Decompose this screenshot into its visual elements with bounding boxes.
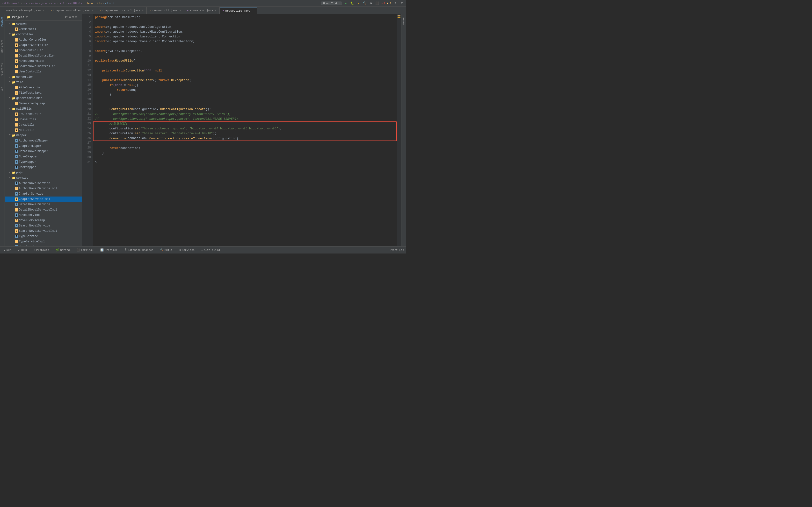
tab-common-util[interactable]: J CommonUtil.java × — [147, 7, 184, 14]
tree-folder-mail-utils[interactable]: ▶ 📁 mailUtils — [5, 106, 82, 112]
tree-file-file-operation[interactable]: C FileOperation — [5, 85, 82, 90]
lightbulb-icon[interactable]: 💡 — [93, 126, 94, 131]
settings-icon[interactable]: ⚙ — [369, 1, 373, 6]
code-editor[interactable]: 12345 678910 1112131415 1617181920 21222… — [82, 14, 401, 246]
tree-folder-mapper[interactable]: ▶ 📁 mapper — [5, 133, 82, 138]
tree-file-type-service-impl[interactable]: C TypeServiceImpl — [5, 239, 82, 244]
tab-hbase-utils[interactable]: H HbaseUtils.java × — [220, 7, 257, 14]
bottom-tab-run[interactable]: ▶ Run — [2, 247, 13, 252]
tree-file-author-novel-mapper[interactable]: I AuthornovelMapper — [5, 138, 82, 144]
sidebar-item-web[interactable]: Web — [0, 86, 4, 93]
java-icon: C — [15, 229, 18, 233]
bottom-tab-auto-build[interactable]: ⚠ Auto-build — [199, 247, 222, 252]
tree-file-author-novel-service-impl[interactable]: C AuthorNovelServiceImpl — [5, 186, 82, 191]
tree-file-detail-novel-mapper[interactable]: I DetailNovelMapper — [5, 149, 82, 154]
tree-folder-service[interactable]: ▶ 📁 service — [5, 175, 82, 181]
tab-novel-service-impl[interactable]: J NovelServiceImpl.java × — [0, 7, 47, 14]
tree-file-chapter-mapper[interactable]: I ChapterMapper — [5, 144, 82, 149]
tab-close-icon[interactable]: × — [43, 9, 44, 12]
sidebar-item-structure[interactable]: Structure — [0, 38, 4, 54]
tree-file-chapter-service[interactable]: I ChapterService — [5, 191, 82, 196]
tree-file-mail-utils[interactable]: C MailUtils — [5, 127, 82, 133]
tree-folder-common[interactable]: ▶ 📁 common — [5, 21, 82, 26]
build-button[interactable]: 🔨 — [362, 1, 367, 6]
tree-file-novel-service-impl[interactable]: C NovelServiceImpl — [5, 218, 82, 223]
tree-file-java-utils[interactable]: C JavaUtils — [5, 122, 82, 127]
tree-file-detail-novel-service[interactable]: I DetailNovelService — [5, 202, 82, 207]
tree-file-search-novel-service[interactable]: I SearchNovelService — [5, 223, 82, 228]
tree-file-author-controller[interactable]: C AuthorController — [5, 37, 82, 43]
tree-file-file-test[interactable]: C FileTest.java — [5, 90, 82, 96]
code-content[interactable]: package com.sif.mailUtils; import org.ap… — [93, 14, 397, 246]
tree-file-type-mapper[interactable]: I TypeMapper — [5, 159, 82, 165]
tree-file-novel-mapper[interactable]: I NovelMapper — [5, 154, 82, 159]
tree-file-user-service[interactable]: I UserService — [5, 244, 82, 246]
bottom-tab-database-changes[interactable]: 🗄 Database Changes — [122, 247, 155, 252]
maven-tab[interactable]: Maven — [402, 16, 406, 26]
iface-icon: I — [15, 160, 18, 164]
tree-file-detail-novel-service-impl[interactable]: C DetailNovelServiceImpl — [5, 207, 82, 213]
tree-folder-file[interactable]: ▶ 📁 file — [5, 80, 82, 85]
run-button[interactable]: ▶ — [344, 1, 348, 6]
tree-file-user-mapper[interactable]: I UserMapper — [5, 165, 82, 170]
bottom-tab-build[interactable]: 🔨 Build — [158, 247, 174, 252]
code-line: // configuration.set("hbase.zookeeper.pr… — [95, 112, 395, 117]
tree-file-type-service[interactable]: I TypeService — [5, 234, 82, 239]
tree-file-generator-sqlmap[interactable]: C GeneratorSqlmap — [5, 101, 82, 106]
tree-file-code-controller[interactable]: C CodeController — [5, 48, 82, 53]
code-line: public static Connection client() throws… — [95, 78, 395, 83]
expand-button[interactable]: ∨ — [400, 1, 404, 6]
tree-folder-pojo[interactable]: ▶ 📁 pojo — [5, 170, 82, 175]
tree-file-es-client-utils[interactable]: C EsClientUtils — [5, 112, 82, 117]
tree-file-novel-service[interactable]: I NovelService — [5, 213, 82, 218]
bottom-tab-profiler[interactable]: 📊 Profiler — [98, 247, 119, 252]
tree-file-chapter-controller[interactable]: C ChapterController — [5, 43, 82, 48]
sync-icon[interactable]: ⟳ — [65, 15, 68, 19]
terminal-icon[interactable]: ⬛ — [375, 1, 379, 6]
tree-folder-controller[interactable]: ▶ 📁 controller — [5, 32, 82, 37]
warn-badge[interactable]: ▲ 2 — [387, 2, 392, 5]
sidebar-item-favorites[interactable]: Favorites — [0, 62, 4, 78]
collapse-button[interactable]: ∧ — [394, 1, 398, 6]
bottom-tab-spring[interactable]: 🌿 Spring — [54, 247, 72, 252]
tree-file-search-novel-service-impl[interactable]: C SearchNovelServiceImpl — [5, 228, 82, 234]
java-icon: C — [15, 44, 18, 47]
tree-file-hbase-utils[interactable]: C HbaseUtils — [5, 117, 82, 122]
gear-icon[interactable]: ⚙ — [75, 15, 77, 19]
error-badge[interactable]: ⚠ 1 — [382, 2, 385, 5]
bottom-tab-todo[interactable]: ✓ TODO — [16, 247, 29, 252]
tree-file-chapter-service-impl[interactable]: C ChapterServiceImpl — [5, 196, 82, 202]
bottom-tab-terminal[interactable]: ⬛ Terminal — [75, 247, 96, 252]
tree-folder-generator[interactable]: ▶ 📁 generatorSqlmap — [5, 96, 82, 101]
tab-close-icon[interactable]: × — [180, 9, 181, 12]
expand-all-icon[interactable]: ≡ — [69, 15, 71, 19]
event-log-button[interactable]: Event Log — [390, 249, 404, 251]
tree-file-detail-novel-controller[interactable]: C DetailNovelController — [5, 53, 82, 58]
debug-button[interactable]: 🐛 — [350, 1, 354, 6]
tab-hbase-test[interactable]: H HbaseTest.java × — [184, 7, 220, 14]
tree-file-author-novel-service[interactable]: I AuthorNovelService — [5, 181, 82, 186]
collapse-all-icon[interactable]: ⊟ — [72, 15, 74, 19]
code-line: } — [95, 151, 395, 156]
tab-close-icon[interactable]: × — [215, 9, 216, 12]
bottom-tab-problems[interactable]: ⚠ Problems — [32, 247, 51, 252]
code-line: private static Connection conn = null; — [95, 68, 395, 73]
tab-close-icon[interactable]: × — [92, 9, 93, 12]
bottom-tab-services[interactable]: ⚙ Services — [177, 247, 197, 252]
close-panel-icon[interactable]: − — [78, 15, 80, 19]
tree-folder-conversion[interactable]: ▶ 📁 conversion — [5, 74, 82, 80]
tree-file-search-novel-controller[interactable]: C SearchNovelController — [5, 64, 82, 69]
tab-close-icon[interactable]: × — [252, 9, 254, 12]
coverage-button[interactable]: ✦ — [356, 1, 361, 6]
run-config[interactable]: HbaseTest ▼ — [321, 1, 342, 5]
code-line: import org.apache.hadoop.hbase.client.Co… — [95, 34, 395, 39]
editor-tabs: J NovelServiceImpl.java × J ChapterContr… — [0, 7, 406, 14]
tab-chapter-service-impl[interactable]: J ChapterServiceImpl.java × — [96, 7, 147, 14]
tree-file-user-controller[interactable]: C UserController — [5, 69, 82, 74]
tree-file-common-util[interactable]: C CommonUtil — [5, 26, 82, 32]
tab-close-icon[interactable]: × — [142, 9, 144, 12]
sidebar-item-project[interactable]: Project — [0, 15, 4, 28]
tab-chapter-controller[interactable]: J ChapterController.java × — [47, 7, 96, 14]
folder-icon: 📁 — [12, 22, 15, 26]
tree-file-novel-controller[interactable]: C NovelController — [5, 58, 82, 64]
